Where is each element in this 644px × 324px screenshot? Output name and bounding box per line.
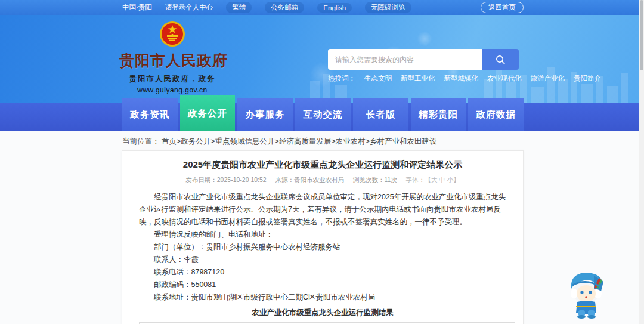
nav-tab-news[interactable]: 政务资讯 <box>122 98 178 131</box>
nav-tab-gov-data[interactable]: 政府数据 <box>468 98 524 131</box>
paragraph: 受理情况反映的部门、电话和地址： <box>139 229 506 241</box>
topbar-link-traditional-chinese[interactable]: 繁體 <box>226 2 252 13</box>
nav-tab-gov-disclosure[interactable]: 政务公开 <box>180 95 236 131</box>
site-header: 贵阳市人民政府 贵阳市人民政府．政务 www.guiyang.gov.cn 热搜… <box>0 15 639 103</box>
nav-tab-senior-version[interactable]: 长者版 <box>353 98 408 131</box>
topbar-link-english[interactable]: English <box>317 3 352 13</box>
breadcrumb-path[interactable]: 首页>政务公开>重点领域信息公开>经济高质量发展>农业农村>乡村产业和农田建设 <box>162 137 437 146</box>
hot-link-urbanization[interactable]: 新型城镇化 <box>444 74 479 83</box>
publish-date: 发布日期：2025-10-20 10:52 <box>185 176 266 183</box>
vertical-scrollbar[interactable] <box>639 0 644 324</box>
hot-link-agri-modernization[interactable]: 农业现代化 <box>487 74 522 83</box>
breadcrumb-label: 当前位置： <box>122 137 160 146</box>
topbar: 中国·贵阳 请登录个人中心 繁體 公务邮箱 English 无障碍浏览 返回首页 <box>0 0 639 15</box>
hot-search-row: 热搜词： 生态文明 新型工业化 新型城镇化 农业现代化 旅游产业化 贵阳简介 <box>328 74 601 83</box>
paragraph: 部门（单位）：贵阳市乡村振兴服务中心农村经济服务站 <box>139 241 506 254</box>
nav-tab-splendid-guiyang[interactable]: 精彩贵阳 <box>411 98 466 131</box>
nav-tab-services[interactable]: 办事服务 <box>237 98 293 131</box>
site-logo-block[interactable]: 贵阳市人民政府 贵阳市人民政府．政务 www.guiyang.gov.cn <box>119 21 225 94</box>
paragraph: 联系地址：贵阳市观山湖区市级行政中心二期C区贵阳市农业农村局 <box>139 291 506 304</box>
font-size-switch[interactable]: 字体：【大 中 小】 <box>406 176 460 183</box>
article-source: 来源：贵阳市农业农村局 <box>275 176 345 183</box>
paragraph: 经贵阳市农业产业化市级重点龙头企业联席会议成员单位审定，现对2025年开展的农业… <box>139 191 506 229</box>
site-subtitle: 贵阳市人民政府．政务 <box>119 74 225 84</box>
search-bar <box>328 49 519 70</box>
main-nav: 政务资讯 政务公开 办事服务 互动交流 长者版 精彩贵阳 政府数据 <box>0 103 639 131</box>
paragraph: 邮政编码：550081 <box>139 279 506 291</box>
nav-tab-interaction[interactable]: 互动交流 <box>295 98 351 131</box>
breadcrumb: 当前位置： 首页>政务公开>重点领域信息公开>经济高质量发展>农业农村>乡村产业… <box>122 137 436 147</box>
paragraph: 联系人：李霞 <box>139 254 506 266</box>
hot-link-guiyang-intro[interactable]: 贵阳简介 <box>574 74 601 83</box>
article-meta: 发布日期：2025-10-20 10:52 来源：贵阳市农业农村局 浏览次数：1… <box>139 176 506 184</box>
national-emblem-icon <box>159 21 185 47</box>
search-button[interactable] <box>482 49 519 70</box>
article-card: 2025年度贵阳市农业产业化市级重点龙头企业运行监测和评定结果公示 发布日期：2… <box>122 150 524 324</box>
scrollbar-thumb[interactable] <box>640 0 643 70</box>
hot-link-new-industry[interactable]: 新型工业化 <box>401 74 435 83</box>
hot-link-ecology[interactable]: 生态文明 <box>364 74 392 83</box>
topbar-link-official-mail[interactable]: 公务邮箱 <box>265 2 304 13</box>
article-title: 2025年度贵阳市农业产业化市级重点龙头企业运行监测和评定结果公示 <box>139 159 506 171</box>
topbar-link-accessibility[interactable]: 无障碍浏览 <box>365 2 411 13</box>
site-title: 贵阳市人民政府 <box>119 51 225 70</box>
article-body: 经贵阳市农业产业化市级重点龙头企业联席会议成员单位审定，现对2025年开展的农业… <box>139 191 506 304</box>
topbar-link-login-personal-center[interactable]: 请登录个人中心 <box>165 3 213 12</box>
results-table-title: 农业产业化市级重点龙头企业运行监测结果 <box>139 308 506 318</box>
hot-link-tourism[interactable]: 旅游产业化 <box>531 74 565 83</box>
back-home-button[interactable]: 返回首页 <box>481 2 524 13</box>
search-icon <box>495 54 506 65</box>
view-count: 浏览次数：11次 <box>353 176 397 183</box>
mascot-assistant[interactable] <box>566 269 607 319</box>
site-url: www.guiyang.gov.cn <box>119 86 225 94</box>
search-input[interactable] <box>328 49 482 70</box>
paragraph: 联系电话：87987120 <box>139 266 506 279</box>
topbar-link-china-guiyang[interactable]: 中国·贵阳 <box>122 3 152 12</box>
hot-search-label: 热搜词： <box>328 74 355 83</box>
